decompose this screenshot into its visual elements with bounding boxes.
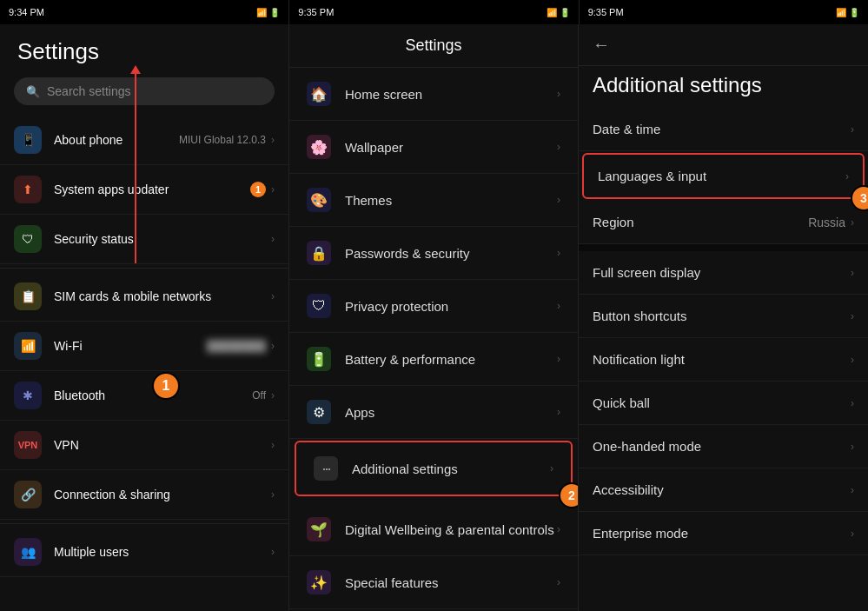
menu-item-apps[interactable]: ⚙ Apps › — [289, 386, 578, 439]
time-middle: 9:35 PM — [298, 7, 334, 17]
home-screen-chevron: › — [557, 88, 560, 100]
main-content: Settings 🔍 Search settings 📱 About phone… — [0, 24, 868, 611]
button-shortcuts-label: Button shortcuts — [593, 309, 851, 323]
sim-icon: 📋 — [14, 282, 42, 310]
region-chevron: › — [851, 216, 854, 229]
multiple-users-label: Multiple users — [54, 545, 271, 559]
notification-light-chevron: › — [851, 354, 854, 366]
passwords-icon: 🔒 — [307, 241, 331, 265]
setting-item-connection[interactable]: 🔗 Connection & sharing › — [0, 470, 288, 520]
menu-item-privacy[interactable]: 🛡 Privacy protection › — [289, 280, 578, 333]
menu-item-themes[interactable]: 🎨 Themes › — [289, 174, 578, 227]
menu-item-special-features[interactable]: ✨ Special features › — [289, 556, 578, 609]
left-panel-title: Settings — [0, 24, 288, 72]
special-features-chevron: › — [557, 576, 560, 588]
wallpaper-chevron: › — [557, 141, 560, 153]
status-bar-middle: 9:35 PM 📶 🔋 — [289, 0, 579, 24]
wifi-value: ████████ — [207, 340, 266, 352]
multiple-users-icon: 👥 — [14, 538, 42, 566]
accessibility-label: Accessibility — [593, 482, 851, 497]
setting-item-sim[interactable]: 📋 SIM cards & mobile networks › — [0, 272, 288, 322]
right-item-notification-light[interactable]: Notification light › — [579, 338, 868, 382]
region-value: Russia — [808, 216, 845, 229]
search-bar[interactable]: 🔍 Search settings — [14, 77, 275, 105]
right-item-button-shortcuts[interactable]: Button shortcuts › — [579, 295, 868, 338]
right-item-quick-ball[interactable]: Quick ball › — [579, 382, 868, 425]
divider-2 — [0, 523, 288, 524]
right-item-region[interactable]: Region Russia › — [579, 201, 868, 244]
right-list: Date & time › Languages & input › 3 Regi… — [579, 108, 868, 611]
setting-item-security[interactable]: 🛡 Security status › — [0, 215, 288, 264]
system-apps-badge: 1 — [250, 182, 266, 197]
date-time-label: Date & time — [593, 122, 851, 136]
notification-light-label: Notification light — [593, 352, 851, 367]
panel-right: ← Additional settings Date & time › Lang… — [579, 24, 868, 611]
enterprise-mode-chevron: › — [851, 528, 854, 540]
menu-item-additional-settings[interactable]: ··· Additional settings › 2 — [295, 441, 573, 496]
themes-icon: 🎨 — [307, 188, 331, 212]
setting-item-multiple-users[interactable]: 👥 Multiple users › — [0, 528, 288, 577]
menu-item-wallpaper[interactable]: 🌸 Wallpaper › — [289, 121, 578, 174]
digital-wellbeing-label: Digital Wellbeing & parental controls — [345, 522, 557, 537]
divider-1 — [0, 268, 288, 269]
menu-item-home-screen[interactable]: 🏠 Home screen › — [289, 68, 578, 121]
menu-list: 🏠 Home screen › 🌸 Wallpaper › 🎨 Themes ›… — [289, 68, 578, 611]
time-left: 9:34 PM — [9, 7, 44, 17]
security-chevron: › — [271, 233, 275, 245]
system-apps-chevron: › — [271, 183, 275, 196]
battery-chevron: › — [557, 353, 560, 365]
additional-settings-label: Additional settings — [352, 462, 550, 476]
special-features-label: Special features — [345, 575, 557, 590]
apps-label: Apps — [345, 405, 557, 420]
vpn-label: VPN — [54, 438, 271, 452]
status-bar-left: 9:34 PM 📶 🔋 — [0, 0, 289, 24]
battery-label: Battery & performance — [345, 352, 557, 367]
back-arrow-button[interactable]: ← — [593, 35, 610, 55]
passwords-chevron: › — [557, 247, 560, 259]
right-item-date-time[interactable]: Date & time › — [579, 108, 868, 151]
multiple-users-chevron: › — [271, 546, 275, 558]
accessibility-chevron: › — [851, 484, 854, 496]
languages-label: Languages & input — [598, 169, 845, 183]
menu-item-battery[interactable]: 🔋 Battery & performance › — [289, 333, 578, 386]
setting-item-bluetooth[interactable]: ✱ Bluetooth Off › — [0, 371, 288, 421]
setting-item-vpn[interactable]: VPN VPN › — [0, 421, 288, 470]
about-phone-chevron: › — [271, 134, 275, 146]
connection-icon: 🔗 — [14, 481, 42, 508]
apps-icon: ⚙ — [307, 400, 331, 424]
circle-badge-2: 2 — [559, 482, 578, 508]
quick-ball-label: Quick ball — [593, 395, 851, 410]
right-item-enterprise-mode[interactable]: Enterprise mode › — [579, 512, 868, 555]
right-panel-title: Additional settings — [579, 66, 868, 108]
vpn-icon: VPN — [14, 431, 42, 459]
connection-label: Connection & sharing — [54, 488, 271, 501]
about-phone-label: About phone — [54, 133, 179, 147]
setting-item-wifi[interactable]: 📶 Wi-Fi ████████ › — [0, 322, 288, 371]
fullscreen-label: Full screen display — [593, 265, 851, 280]
setting-item-system-apps[interactable]: ⬆ System apps updater 1 › — [0, 165, 288, 215]
right-item-accessibility[interactable]: Accessibility › — [579, 468, 868, 512]
menu-item-passwords[interactable]: 🔒 Passwords & security › — [289, 227, 578, 280]
right-item-one-handed[interactable]: One-handed mode › — [579, 425, 868, 468]
wallpaper-label: Wallpaper — [345, 140, 557, 155]
wifi-label: Wi-Fi — [54, 339, 207, 353]
button-shortcuts-chevron: › — [851, 310, 854, 322]
privacy-chevron: › — [557, 300, 560, 312]
right-item-languages[interactable]: Languages & input › 3 — [582, 153, 865, 199]
apps-chevron: › — [557, 406, 560, 418]
bluetooth-icon: ✱ — [14, 382, 42, 409]
security-label: Security status — [54, 232, 271, 246]
status-bars: 9:34 PM 📶 🔋 9:35 PM 📶 🔋 9:35 PM 📶 🔋 — [0, 0, 868, 24]
about-phone-icon: 📱 — [14, 126, 42, 154]
wifi-chevron: › — [271, 340, 275, 352]
about-phone-meta: MIUI Global 12.0.3 — [179, 134, 266, 146]
quick-ball-chevron: › — [851, 397, 854, 409]
vpn-chevron: › — [271, 439, 275, 451]
right-header: ← — [579, 24, 868, 66]
security-icon: 🛡 — [14, 225, 42, 253]
icons-right: 📶 🔋 — [836, 8, 859, 17]
menu-item-digital-wellbeing[interactable]: 🌱 Digital Wellbeing & parental controls … — [289, 503, 578, 556]
right-item-fullscreen[interactable]: Full screen display › — [579, 251, 868, 295]
middle-panel-title: Settings — [405, 37, 461, 54]
setting-item-about-phone[interactable]: 📱 About phone MIUI Global 12.0.3 › — [0, 116, 288, 165]
